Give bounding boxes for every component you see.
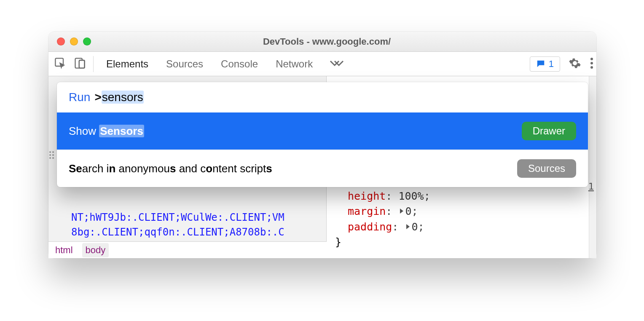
- command-item-label: Search in anonymous and content scripts: [69, 162, 272, 175]
- window-controls: [57, 37, 91, 45]
- inspect-element-icon[interactable]: [54, 57, 66, 71]
- more-tabs-icon[interactable]: [330, 60, 344, 68]
- svg-point-5: [590, 62, 593, 64]
- command-item-1[interactable]: Search in anonymous and content scriptsS…: [57, 150, 588, 187]
- command-query: sensors: [102, 91, 144, 104]
- command-caret: >: [94, 91, 101, 104]
- device-toolbar-icon[interactable]: [74, 57, 86, 71]
- titlebar: DevTools - www.google.com/: [48, 32, 596, 52]
- window-title: DevTools - www.google.com/: [91, 36, 596, 47]
- issues-count: 1: [549, 59, 554, 70]
- command-item-tag: Sources: [517, 159, 576, 178]
- command-item-label: Show Sensors: [69, 125, 144, 138]
- tab-network[interactable]: Network: [276, 52, 313, 76]
- panel-tabs: Elements Sources Console Network: [106, 52, 313, 76]
- main-toolbar: Elements Sources Console Network 1: [48, 52, 596, 76]
- command-menu: Run > sensors Show SensorsDrawerSearch i…: [57, 82, 588, 187]
- more-options-icon[interactable]: [590, 57, 594, 71]
- drag-handle-icon[interactable]: [48, 149, 54, 161]
- minimize-window-button[interactable]: [70, 37, 78, 45]
- devtools-window: DevTools - www.google.com/ Elements Sour…: [48, 32, 596, 258]
- svg-point-4: [590, 58, 593, 60]
- command-prefix: Run: [69, 91, 90, 104]
- close-window-button[interactable]: [57, 37, 65, 45]
- svg-rect-2: [79, 60, 85, 68]
- tab-console[interactable]: Console: [221, 52, 258, 76]
- command-item-tag: Drawer: [522, 122, 576, 140]
- command-input-row[interactable]: Run > sensors: [57, 82, 588, 112]
- breadcrumb: html body: [48, 241, 327, 258]
- css-rule: height: 100%;margin: 0;padding: 0;}: [348, 189, 430, 250]
- breadcrumb-html[interactable]: html: [55, 245, 73, 256]
- settings-icon[interactable]: [569, 57, 581, 71]
- dom-snippet: NT;hWT9Jb:.CLIENT;WCulWe:.CLIENT;VM 8bg:…: [71, 210, 324, 240]
- breadcrumb-body[interactable]: body: [82, 243, 109, 257]
- issues-badge[interactable]: 1: [530, 56, 560, 72]
- tab-sources[interactable]: Sources: [166, 52, 203, 76]
- zoom-window-button[interactable]: [83, 37, 91, 45]
- svg-point-6: [590, 66, 593, 69]
- tab-elements[interactable]: Elements: [106, 52, 148, 76]
- command-item-0[interactable]: Show SensorsDrawer: [57, 112, 588, 150]
